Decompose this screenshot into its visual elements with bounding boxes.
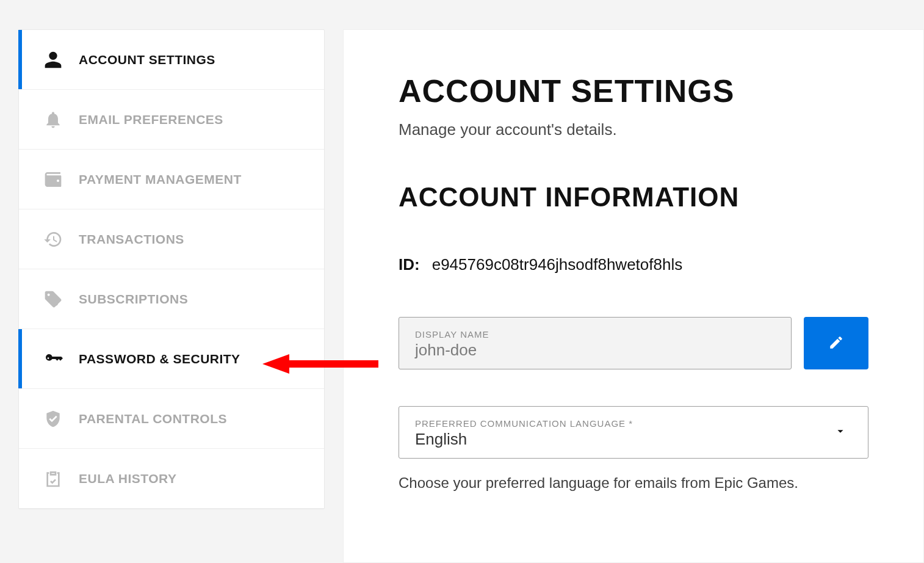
- sidebar-item-transactions[interactable]: TRANSACTIONS: [19, 209, 324, 269]
- account-id-label: ID:: [399, 255, 420, 274]
- sidebar-item-label: PARENTAL CONTROLS: [79, 412, 227, 426]
- language-value: English: [415, 430, 852, 449]
- sidebar-item-parental-controls[interactable]: PARENTAL CONTROLS: [19, 389, 324, 449]
- sidebar-item-label: EMAIL PREFERENCES: [79, 112, 223, 127]
- sidebar-item-label: PAYMENT MANAGEMENT: [79, 172, 242, 187]
- sidebar-item-label: EULA HISTORY: [79, 471, 176, 486]
- sidebar-item-password-security[interactable]: PASSWORD & SECURITY: [19, 329, 324, 389]
- display-name-value: john-doe: [415, 341, 775, 360]
- edit-display-name-button[interactable]: [804, 317, 868, 369]
- page-title: ACCOUNT SETTINGS: [399, 73, 868, 109]
- user-icon: [42, 49, 64, 71]
- wallet-icon: [42, 169, 64, 191]
- account-id-row: ID: e945769c08tr946jhsodf8hwetof8hls: [399, 255, 868, 274]
- clipboard-icon: [42, 468, 64, 490]
- history-icon: [42, 228, 64, 250]
- sidebar-item-label: TRANSACTIONS: [79, 232, 184, 247]
- sidebar-item-subscriptions[interactable]: SUBSCRIPTIONS: [19, 269, 324, 329]
- section-title: ACCOUNT INFORMATION: [399, 182, 868, 212]
- sidebar: ACCOUNT SETTINGS EMAIL PREFERENCES PAYME…: [18, 29, 325, 509]
- sidebar-item-payment-management[interactable]: PAYMENT MANAGEMENT: [19, 150, 324, 209]
- main-panel: ACCOUNT SETTINGS Manage your account's d…: [343, 29, 924, 563]
- key-icon: [42, 348, 64, 370]
- bell-icon: [42, 109, 64, 131]
- svg-point-0: [53, 300, 58, 305]
- display-name-row: DISPLAY NAME john-doe: [399, 317, 868, 369]
- sidebar-item-eula-history[interactable]: EULA HISTORY: [19, 449, 324, 509]
- tag-icon: [42, 288, 64, 310]
- shield-check-icon: [42, 408, 64, 430]
- pencil-icon: [828, 335, 844, 352]
- display-name-label: DISPLAY NAME: [415, 329, 775, 340]
- account-id-value: e945769c08tr946jhsodf8hwetof8hls: [432, 255, 683, 274]
- language-select[interactable]: PREFERRED COMMUNICATION LANGUAGE * Engli…: [399, 406, 868, 459]
- sidebar-item-account-settings[interactable]: ACCOUNT SETTINGS: [19, 30, 324, 90]
- chevron-down-icon: [834, 424, 847, 440]
- sidebar-item-label: SUBSCRIPTIONS: [79, 292, 188, 307]
- language-label: PREFERRED COMMUNICATION LANGUAGE *: [415, 418, 852, 429]
- sidebar-item-label: ACCOUNT SETTINGS: [79, 53, 215, 67]
- display-name-field: DISPLAY NAME john-doe: [399, 317, 792, 369]
- language-helper-text: Choose your preferred language for email…: [399, 474, 868, 492]
- page-subtitle: Manage your account's details.: [399, 120, 868, 139]
- sidebar-item-label: PASSWORD & SECURITY: [79, 352, 240, 366]
- sidebar-item-email-preferences[interactable]: EMAIL PREFERENCES: [19, 90, 324, 150]
